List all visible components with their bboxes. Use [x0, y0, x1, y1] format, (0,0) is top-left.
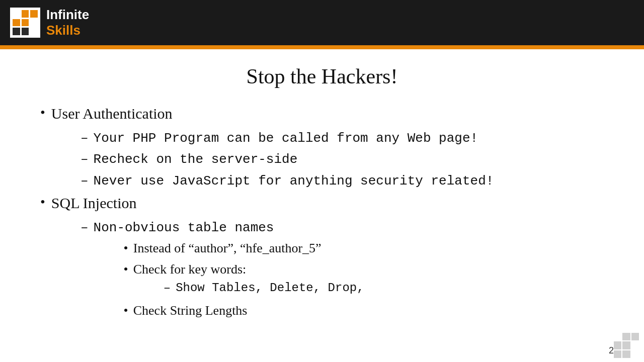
bullet-label-2: SQL Injection — [51, 193, 137, 213]
sub-sub-item-3: • Check String Lengths — [124, 302, 364, 320]
orange-divider — [0, 45, 644, 49]
sub-sub-list: • Instead of “author”, “hfe_author_5” • … — [94, 239, 364, 320]
logo-container: Infinite Skills — [10, 7, 89, 38]
sub-item-2-1: – Non-obvious table names • Instead of “… — [80, 219, 604, 323]
sub-item-1-3: – Never use JavaScript for anything secu… — [80, 172, 604, 190]
sub-item-1-2: – Recheck on the server-side — [80, 150, 604, 168]
sub-list-1: – Your PHP Program can be called from an… — [40, 129, 604, 190]
sub-sub-item-1: • Instead of “author”, “hfe_author_5” — [124, 239, 364, 257]
slide-title: Stop the Hackers! — [40, 64, 604, 88]
header: Infinite Skills — [0, 0, 644, 45]
logo-icon — [10, 8, 40, 38]
bullet-sql-injection: • SQL Injection — [40, 193, 604, 213]
bullet-label-1: User Authentication — [51, 104, 173, 123]
bullet-dot-1: • — [40, 104, 45, 122]
bullet-user-auth: • User Authentication — [40, 104, 604, 123]
content-area: • User Authentication – Your PHP Program… — [40, 104, 604, 323]
watermark-grid — [614, 333, 639, 358]
sub-sub-item-2: • Check for key words: – Show Tables, De… — [124, 260, 364, 299]
sub-item-1-1: – Your PHP Program can be called from an… — [80, 129, 604, 147]
page-number: 2 — [609, 345, 614, 356]
bullet-dot-2: • — [40, 193, 45, 211]
logo-text: Infinite Skills — [46, 7, 89, 38]
slide-content: Stop the Hackers! • User Authentication … — [0, 49, 644, 362]
sub-list-2: – Non-obvious table names • Instead of “… — [40, 219, 604, 323]
sub-sub-sub-item-1: – Show Tables, Delete, Drop, — [164, 280, 364, 297]
sub-sub-sub-list: – Show Tables, Delete, Drop, — [133, 280, 364, 297]
